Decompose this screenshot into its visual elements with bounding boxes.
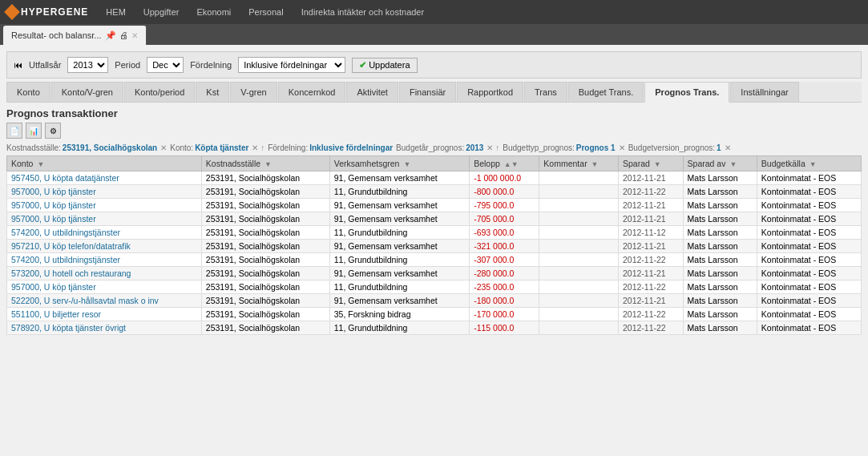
col-header-konto[interactable]: Konto ▼	[7, 156, 202, 172]
cell-konto: 957000, U köp tjänster	[7, 185, 202, 199]
filter-budgettyp-clear[interactable]: ✕	[619, 143, 625, 152]
nav-hem[interactable]: HEM	[98, 0, 133, 24]
cell-kostnadsstalle: 253191, Socialhögskolan	[201, 308, 329, 321]
cell-konto: 578920, U köpta tjänster övrigt	[7, 321, 202, 335]
pdf-button[interactable]: 📄	[6, 123, 22, 139]
tab-icon2: 🖨	[119, 30, 128, 40]
col-header-kostnadsstalle[interactable]: Kostnadsställe ▼	[201, 156, 329, 172]
cell-belopp: -321 000.0	[470, 240, 539, 253]
cell-kostnadsstalle: 253191, Socialhögskolan	[201, 280, 329, 294]
cell-sparad: 2012-11-22	[618, 321, 683, 335]
cell-sparad-av: Mats Larsson	[683, 253, 757, 267]
cell-kommentar	[539, 226, 619, 240]
table-row[interactable]: 957000, U köp tjänster 253191, Socialhög…	[7, 280, 862, 294]
cell-konto: 574200, U utbildningstjänster	[7, 253, 202, 267]
data-table: Konto ▼ Kostnadsställe ▼ Verksamhetsgren…	[6, 155, 862, 335]
cell-sparad: 2012-11-21	[618, 212, 683, 226]
update-label: Uppdatera	[369, 60, 410, 70]
filter-budgetar-clear[interactable]: ✕ ↑	[486, 143, 499, 152]
filter-budgettyp-label: Budgettyp_prognos:	[503, 143, 575, 152]
excel-button[interactable]: 📊	[26, 123, 42, 139]
table-row[interactable]: 957000, U köp tjänster 253191, Socialhög…	[7, 212, 862, 226]
tab-close-icon[interactable]: ✕	[131, 31, 138, 40]
cell-belopp: -280 000.0	[470, 267, 539, 280]
cell-kommentar	[539, 172, 619, 185]
filter-budgetar-value: 2013	[466, 143, 483, 152]
cell-kommentar	[539, 212, 619, 226]
table-row[interactable]: 957450, U köpta datatjänster 253191, Soc…	[7, 172, 862, 185]
filter-budgetversion-clear[interactable]: ✕	[725, 143, 731, 152]
cell-konto: 551100, U biljetter resor	[7, 308, 202, 321]
logo-diamond-icon	[4, 4, 20, 20]
sort-icon-sparad: ▼	[654, 160, 661, 168]
tab-trans[interactable]: Trans	[524, 82, 567, 102]
cell-budgetkalla: Kontoinmatat - EOS	[757, 212, 861, 226]
cell-sparad-av: Mats Larsson	[683, 240, 757, 253]
table-row[interactable]: 957000, U köp tjänster 253191, Socialhög…	[7, 199, 862, 212]
update-button[interactable]: ✔ Uppdatera	[352, 58, 417, 73]
col-header-budgetkalla[interactable]: Budgetkälla ▼	[757, 156, 861, 172]
cell-belopp: -795 000.0	[470, 199, 539, 212]
table-row[interactable]: 574200, U utbildningstjänster 253191, So…	[7, 253, 862, 267]
filter-budgetversion-label: Budgetversion_prognos:	[628, 143, 715, 152]
cell-belopp: -1 000 000.0	[470, 172, 539, 185]
tab-kst[interactable]: Kst	[196, 82, 229, 102]
table-row[interactable]: 578920, U köpta tjänster övrigt 253191, …	[7, 321, 862, 335]
utfall-select[interactable]: 2013 2012 2011	[67, 57, 108, 73]
col-header-kommentar[interactable]: Kommentar ▼	[539, 156, 619, 172]
fordelning-label: Fördelning	[190, 60, 232, 70]
table-row[interactable]: 957000, U köp tjänster 253191, Socialhög…	[7, 185, 862, 199]
cell-belopp: -235 000.0	[470, 280, 539, 294]
col-header-belopp[interactable]: Belopp ▲▼	[470, 156, 539, 172]
nav-ekonomi[interactable]: Ekonomi	[188, 0, 239, 24]
sort-icon-konto: ▼	[37, 160, 44, 168]
settings-button[interactable]: ⚙	[45, 123, 61, 139]
nav-personal[interactable]: Personal	[240, 0, 291, 24]
tab-koncernkod[interactable]: Koncernkod	[278, 82, 346, 102]
tab-vgren[interactable]: V-gren	[230, 82, 277, 102]
cell-kostnadsstalle: 253191, Socialhögskolan	[201, 253, 329, 267]
cell-sparad: 2012-11-21	[618, 294, 683, 308]
cell-kostnadsstalle: 253191, Socialhögskolan	[201, 267, 329, 280]
period-select[interactable]: Dec Nov Jan	[147, 57, 184, 73]
nav-indirekta[interactable]: Indirekta intäkter och kostnader	[293, 0, 432, 24]
cell-budgetkalla: Kontoinmatat - EOS	[757, 199, 861, 212]
cell-sparad: 2012-11-22	[618, 280, 683, 294]
tab-installningar[interactable]: Inställningar	[730, 82, 798, 102]
sort-icon-belopp: ▲▼	[504, 160, 519, 168]
filter-kostnadsstalle-clear[interactable]: ✕	[160, 143, 167, 152]
table-row[interactable]: 574200, U utbildningstjänster 253191, So…	[7, 226, 862, 240]
tab-aktivitet[interactable]: Aktivitet	[346, 82, 398, 102]
table-row[interactable]: 551100, U biljetter resor 253191, Social…	[7, 308, 862, 321]
logo-text: HYPERGENE	[21, 6, 88, 18]
tab-konto-vgren[interactable]: Konto/V-gren	[51, 82, 123, 102]
filter-fordelning: Fördelning: Inklusive fördelningar	[268, 143, 393, 152]
active-tab[interactable]: Resultat- och balansr... 📌 🖨 ✕	[3, 26, 147, 45]
cell-kommentar	[539, 294, 619, 308]
cell-budgetkalla: Kontoinmatat - EOS	[757, 185, 861, 199]
nav-uppgifter[interactable]: Uppgifter	[135, 0, 188, 24]
cell-sparad-av: Mats Larsson	[683, 267, 757, 280]
col-header-sparad[interactable]: Sparad ▼	[618, 156, 683, 172]
tab-rapportkod[interactable]: Rapportkod	[457, 82, 523, 102]
filter-budgetversion: Budgetversion_prognos: 1 ✕	[628, 143, 731, 152]
cell-kostnadsstalle: 253191, Socialhögskolan	[201, 321, 329, 335]
cell-sparad-av: Mats Larsson	[683, 212, 757, 226]
filter-budgettyp-value: Prognos 1	[576, 143, 616, 152]
table-row[interactable]: 522200, U serv-/u-hållsavtal mask o inv …	[7, 294, 862, 308]
filter-konto-clear[interactable]: ✕ ↑	[252, 143, 264, 152]
tab-finansiar[interactable]: Finansiär	[399, 82, 456, 102]
table-row[interactable]: 957210, U köp telefon/datatrafik 253191,…	[7, 240, 862, 253]
table-row[interactable]: 573200, U hotell och restaurang 253191, …	[7, 267, 862, 280]
tab-konto-period[interactable]: Konto/period	[124, 82, 195, 102]
col-header-verksamhetsgren[interactable]: Verksamhetsgren ▼	[329, 156, 469, 172]
tab-prognos-trans[interactable]: Prognos Trans.	[644, 82, 729, 103]
cell-verksamhetsgren: 11, Grundutbildning	[329, 226, 469, 240]
tab-pin-icon: 📌	[105, 30, 116, 41]
tab-konto[interactable]: Konto	[6, 82, 50, 102]
cell-sparad: 2012-11-12	[618, 226, 683, 240]
filter-konto-label: Konto:	[170, 143, 193, 152]
tab-budget-trans[interactable]: Budget Trans.	[568, 82, 644, 102]
col-header-sparad-av[interactable]: Sparad av ▼	[683, 156, 757, 172]
fordelning-select[interactable]: Inklusive fördelningar Exklusive fördeln…	[238, 57, 345, 73]
